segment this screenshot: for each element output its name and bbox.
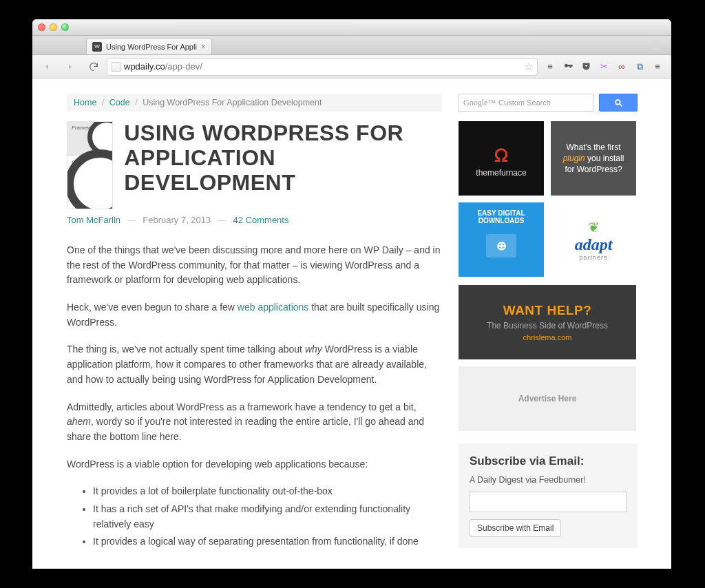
ad-heading: WANT HELP? bbox=[503, 303, 592, 318]
window-maximize-button[interactable] bbox=[61, 23, 69, 31]
page-viewport: Home / Code / Using WordPress For Applic… bbox=[32, 78, 671, 569]
subscribe-box: Subscribe via Email: A Daily Digest via … bbox=[459, 443, 638, 548]
browser-tab[interactable]: W Using WordPress For Appli × bbox=[86, 38, 212, 54]
flame-icon: ᘯ bbox=[494, 139, 509, 168]
bookmark-star-icon[interactable]: ☆ bbox=[524, 61, 533, 73]
list-item: It provides a logical way of separating … bbox=[93, 534, 442, 549]
ad-themefurnace[interactable]: ᘯ themefurnace bbox=[459, 121, 544, 196]
paragraph: WordPress is a viable option for develop… bbox=[67, 457, 442, 472]
list-item: It has a rich set of API's that make mod… bbox=[93, 502, 442, 532]
breadcrumb: Home / Code / Using WordPress For Applic… bbox=[67, 94, 442, 112]
breadcrumb-current: Using WordPress For Application Developm… bbox=[143, 98, 322, 107]
list-item: It provides a lot of boilerplate functio… bbox=[93, 484, 442, 499]
bullet-list: It provides a lot of boilerplate functio… bbox=[93, 484, 442, 549]
key-extension-icon[interactable] bbox=[562, 61, 574, 72]
paragraph: One of the things that we've been discus… bbox=[67, 243, 442, 288]
ad-want-help[interactable]: WANT HELP? The Business Side of WordPres… bbox=[459, 285, 636, 359]
comments-link[interactable]: 42 Comments bbox=[233, 215, 289, 225]
download-box-icon: ⊕ bbox=[486, 234, 516, 258]
paragraph: Heck, we've even begun to share a few we… bbox=[67, 300, 442, 330]
search-input[interactable]: Google™ Custom Search bbox=[459, 94, 593, 112]
subscribe-button[interactable]: Subscribe with Email bbox=[470, 519, 561, 537]
placeholder-label: Advertise Here bbox=[518, 394, 577, 403]
svg-line-1 bbox=[620, 104, 622, 106]
tab-favicon: W bbox=[92, 42, 102, 52]
ad-logo: adapt bbox=[575, 235, 613, 254]
subscribe-blurb: A Daily Digest via Feedburner! bbox=[470, 475, 627, 485]
window-minimize-button[interactable] bbox=[50, 23, 57, 31]
ad-label: EASY DIGITAL DOWNLOADS bbox=[463, 209, 540, 224]
svg-point-0 bbox=[615, 100, 620, 105]
tab-title: Using WordPress For Appli bbox=[106, 43, 197, 51]
subscribe-email-input[interactable] bbox=[470, 492, 627, 512]
article-title: USING WORDPRESS FOR APPLICATION DEVELOPM… bbox=[124, 121, 442, 209]
breadcrumb-sep: / bbox=[99, 98, 107, 107]
ad-placeholder[interactable]: Advertise Here bbox=[459, 366, 636, 431]
article-date: February 7, 2013 bbox=[143, 215, 211, 225]
wordpress-logo-icon bbox=[67, 149, 113, 209]
ad-first-plugin[interactable]: What's the first plugin you install for … bbox=[551, 121, 636, 196]
menu-icon[interactable]: ≡ bbox=[652, 61, 663, 72]
body-link[interactable]: web applications bbox=[238, 302, 309, 313]
traffic-lights bbox=[38, 23, 69, 31]
tab-close-icon[interactable]: × bbox=[201, 42, 206, 52]
window-titlebar bbox=[32, 19, 671, 36]
window-close-button[interactable] bbox=[38, 23, 45, 31]
ad-subtext: The Business Side of WordPress bbox=[487, 321, 608, 330]
screenshot-extension-icon[interactable]: ⧉ bbox=[634, 61, 645, 72]
mask-extension-icon[interactable]: ∞ bbox=[616, 61, 627, 72]
author-link[interactable]: Tom McFarlin bbox=[67, 215, 120, 225]
tab-strip: W Using WordPress For Appli × bbox=[32, 36, 671, 55]
breadcrumb-code[interactable]: Code bbox=[109, 98, 130, 107]
search-button[interactable] bbox=[599, 94, 638, 112]
url-text: wpdaily.co/app-dev/ bbox=[124, 61, 521, 72]
article-thumbnail: Framework Core bbox=[67, 121, 113, 209]
forward-button[interactable] bbox=[60, 58, 81, 76]
breadcrumb-sep: / bbox=[132, 98, 140, 107]
leaf-swirl-icon: ❦ bbox=[588, 219, 600, 235]
google-brand-label: Google™ bbox=[463, 98, 496, 108]
ad-text: What's the first plugin you install for … bbox=[558, 142, 629, 176]
paragraph: The thing is, we've not actually spent t… bbox=[67, 342, 442, 387]
article-main: Home / Code / Using WordPress For Applic… bbox=[67, 94, 442, 562]
browser-toolbar: wpdaily.co/app-dev/ ☆ ≡ ✂ ∞ ⧉ ≡ bbox=[32, 55, 671, 78]
breadcrumb-home[interactable]: Home bbox=[74, 98, 96, 107]
ad-easy-digital-downloads[interactable]: EASY DIGITAL DOWNLOADS ⊕ bbox=[459, 202, 544, 277]
back-button[interactable] bbox=[36, 58, 57, 76]
browser-window: W Using WordPress For Appli × wpdaily.co… bbox=[32, 19, 671, 569]
article-body: One of the things that we've been discus… bbox=[67, 243, 442, 549]
search-placeholder: Custom Search bbox=[498, 98, 551, 107]
article-byline: Tom McFarlin — February 7, 2013 — 42 Com… bbox=[67, 215, 442, 225]
ad-adapt-partners[interactable]: ❦ adapt partners bbox=[551, 202, 636, 277]
scissors-extension-icon[interactable]: ✂ bbox=[598, 61, 609, 72]
sidebar: Google™ Custom Search ᘯ themefurnace Wha… bbox=[459, 94, 638, 562]
subscribe-heading: Subscribe via Email: bbox=[470, 454, 627, 468]
reload-button[interactable] bbox=[83, 58, 104, 76]
page-icon bbox=[112, 62, 121, 72]
pocket-extension-icon[interactable] bbox=[580, 61, 591, 72]
paragraph: Admittedly, articles about WordPress as … bbox=[67, 400, 442, 445]
ad-label: themefurnace bbox=[476, 168, 526, 178]
address-bar[interactable]: wpdaily.co/app-dev/ ☆ bbox=[107, 58, 538, 76]
buffer-extension-icon[interactable]: ≡ bbox=[545, 61, 556, 72]
ad-link: chrislema.com bbox=[523, 333, 572, 342]
extension-icons: ≡ ✂ ∞ ⧉ ≡ bbox=[540, 61, 667, 72]
ad-subtext: partners bbox=[579, 254, 607, 261]
profile-avatar-icon[interactable] bbox=[649, 37, 666, 56]
